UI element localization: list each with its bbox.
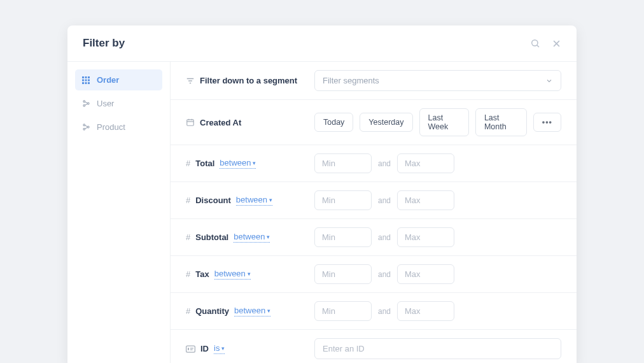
chevron-down-icon: ▾ <box>267 234 270 240</box>
svg-line-16 <box>85 102 87 103</box>
tax-min-input[interactable] <box>314 264 372 284</box>
id-controls <box>314 338 561 359</box>
discount-controls: and <box>314 190 561 210</box>
total-label: Total <box>195 159 214 168</box>
svg-line-17 <box>85 104 87 105</box>
number-icon: # <box>186 306 190 316</box>
created-label-area: Created At <box>186 118 304 127</box>
quantity-operator[interactable]: between▾ <box>234 306 270 317</box>
quantity-label-area: # Quantity between▾ <box>186 306 304 317</box>
row-quantity: # Quantity between▾ and <box>171 293 577 330</box>
total-operator[interactable]: between▾ <box>220 158 256 169</box>
sidebar-item-order[interactable]: Order <box>75 69 162 90</box>
page-title: Filter by <box>83 37 125 50</box>
number-icon: # <box>186 232 190 242</box>
subtotal-label-area: # Subtotal between▾ <box>186 232 304 243</box>
row-created-at: Created At Today Yesterday Last Week Las… <box>171 100 577 145</box>
discount-max-input[interactable] <box>397 190 454 210</box>
row-segment: Filter down to a segment Filter segments <box>171 62 577 100</box>
subtotal-label: Subtotal <box>195 232 228 242</box>
discount-min-input[interactable] <box>314 190 372 210</box>
chip-yesterday[interactable]: Yesterday <box>360 113 412 132</box>
sidebar-item-label: Product <box>97 122 125 132</box>
link-icon <box>81 123 90 132</box>
row-id: ID is▾ <box>171 330 577 363</box>
grid-icon <box>81 76 90 85</box>
subtotal-operator[interactable]: between▾ <box>234 232 270 243</box>
calendar-icon <box>186 118 195 127</box>
svg-rect-5 <box>85 76 87 78</box>
chip-last-month[interactable]: Last Month <box>475 108 527 136</box>
id-operator[interactable]: is▾ <box>214 343 225 354</box>
svg-rect-9 <box>88 79 90 81</box>
segment-controls: Filter segments <box>314 70 561 91</box>
sidebar-item-product[interactable]: Product <box>75 117 162 138</box>
segment-label: Filter down to a segment <box>200 76 297 85</box>
svg-rect-26 <box>187 120 194 125</box>
total-max-input[interactable] <box>397 153 454 173</box>
quantity-label: Quantity <box>195 306 229 316</box>
tax-label: Tax <box>195 269 209 279</box>
chevron-down-icon: ▾ <box>267 308 270 314</box>
svg-line-21 <box>85 125 87 127</box>
created-controls: Today Yesterday Last Week Last Month ••• <box>314 108 561 136</box>
quantity-max-input[interactable] <box>397 301 454 321</box>
id-label: ID <box>200 344 209 353</box>
chevron-down-icon: ▾ <box>253 160 256 166</box>
id-icon <box>186 345 195 353</box>
filter-icon <box>186 76 195 85</box>
svg-rect-31 <box>188 348 189 350</box>
svg-rect-12 <box>88 82 90 84</box>
chevron-down-icon: ▾ <box>221 345 225 352</box>
quantity-controls: and <box>314 301 561 321</box>
svg-rect-4 <box>82 76 84 78</box>
id-label-area: ID is▾ <box>186 343 304 354</box>
discount-label-area: # Discount between▾ <box>186 195 304 206</box>
chevron-down-icon <box>545 77 553 85</box>
row-subtotal: # Subtotal between▾ and <box>171 219 577 256</box>
filter-main: Filter down to a segment Filter segments <box>171 62 577 363</box>
search-icon[interactable] <box>530 38 540 48</box>
chevron-down-icon: ▾ <box>248 271 251 277</box>
tax-controls: and <box>314 264 561 284</box>
close-icon[interactable] <box>552 39 561 48</box>
number-icon: # <box>186 159 190 168</box>
total-min-input[interactable] <box>314 153 372 173</box>
sidebar-item-user[interactable]: User <box>75 93 162 114</box>
svg-point-0 <box>532 40 538 46</box>
row-total: # Total between▾ and <box>171 145 577 182</box>
filter-modal: Filter by Order User <box>67 25 577 363</box>
segment-select[interactable]: Filter segments <box>314 70 561 91</box>
svg-rect-11 <box>85 82 87 84</box>
sidebar: Order User Product <box>67 62 171 363</box>
svg-rect-33 <box>190 349 193 350</box>
chip-more[interactable]: ••• <box>533 113 561 132</box>
subtotal-min-input[interactable] <box>314 227 372 247</box>
tax-label-area: # Tax between▾ <box>186 269 304 280</box>
chevron-down-icon: ▾ <box>269 197 272 203</box>
svg-rect-30 <box>186 346 195 352</box>
and-label: and <box>378 159 391 168</box>
discount-label: Discount <box>195 196 231 205</box>
quantity-min-input[interactable] <box>314 301 372 321</box>
svg-rect-6 <box>88 76 90 78</box>
tax-operator[interactable]: between▾ <box>214 269 251 280</box>
total-controls: and <box>314 153 561 173</box>
tax-max-input[interactable] <box>397 264 454 284</box>
modal-header: Filter by <box>67 25 577 62</box>
chip-last-week[interactable]: Last Week <box>419 108 469 136</box>
sidebar-item-label: User <box>97 99 114 108</box>
and-label: and <box>378 270 391 279</box>
modal-body: Order User Product <box>67 62 577 363</box>
row-tax: # Tax between▾ and <box>171 256 577 293</box>
svg-rect-7 <box>82 79 84 81</box>
discount-operator[interactable]: between▾ <box>236 195 272 206</box>
subtotal-max-input[interactable] <box>397 227 454 247</box>
chip-today[interactable]: Today <box>314 113 353 132</box>
and-label: and <box>378 233 391 242</box>
link-icon <box>81 99 90 108</box>
number-icon: # <box>186 196 190 205</box>
svg-line-22 <box>85 127 87 129</box>
id-input[interactable] <box>314 338 561 359</box>
svg-line-1 <box>537 45 539 47</box>
